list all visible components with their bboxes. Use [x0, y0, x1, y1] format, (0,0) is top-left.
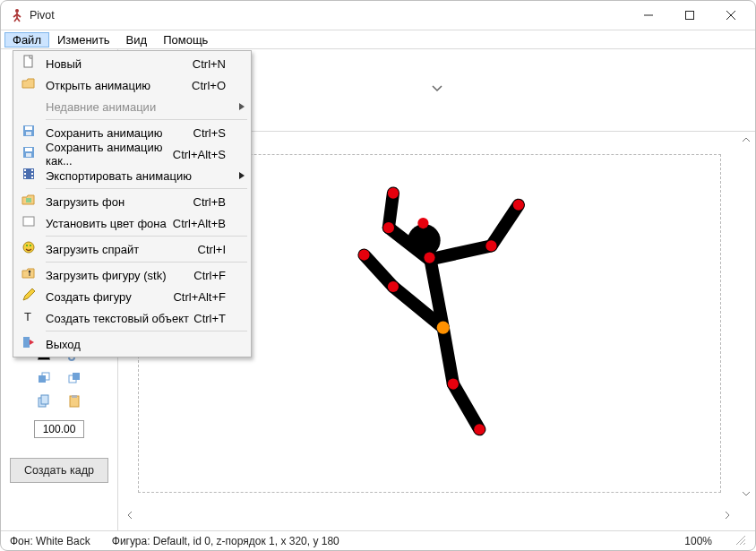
- smiley-icon: [21, 240, 36, 258]
- menu-edit[interactable]: Изменить: [49, 32, 118, 47]
- chevron-down-icon[interactable]: [431, 82, 443, 99]
- svg-point-0: [15, 9, 19, 13]
- scroll-left-icon[interactable]: [124, 509, 136, 521]
- close-button[interactable]: [710, 1, 752, 30]
- bring-front-icon[interactable]: [35, 369, 53, 387]
- svg-point-38: [358, 249, 369, 260]
- svg-marker-67: [23, 288, 35, 300]
- save-icon: [21, 124, 36, 142]
- scale-input[interactable]: [34, 420, 84, 438]
- svg-line-25: [491, 205, 518, 246]
- svg-point-63: [26, 245, 28, 246]
- resize-grip-icon[interactable]: [734, 533, 746, 548]
- menu-export[interactable]: Экспортировать анимацию: [15, 165, 249, 186]
- svg-text:T: T: [24, 310, 31, 323]
- new-file-icon: [21, 55, 36, 73]
- menu-bar: Файл Изменить Вид Помощь: [1, 30, 755, 49]
- horizontal-scrollbar[interactable]: [122, 507, 735, 523]
- svg-rect-17: [41, 395, 48, 404]
- vertical-scrollbar[interactable]: [738, 132, 754, 502]
- svg-point-39: [448, 378, 459, 389]
- tool-row-2: [35, 368, 83, 388]
- svg-line-27: [364, 255, 392, 287]
- svg-point-37: [388, 281, 399, 292]
- svg-rect-47: [25, 126, 32, 130]
- title-bar: Pivot: [1, 1, 755, 30]
- menu-textobj[interactable]: T Создать текстовый объектCtrl+T: [15, 307, 249, 329]
- svg-rect-50: [25, 148, 32, 151]
- svg-point-36: [513, 200, 524, 211]
- svg-point-64: [30, 245, 31, 246]
- menu-separator: [46, 262, 247, 263]
- blank-rect-icon: [21, 214, 36, 232]
- status-bg: Фон: White Back: [10, 535, 90, 547]
- svg-point-40: [474, 424, 485, 435]
- menu-exit[interactable]: Выход: [15, 333, 249, 355]
- app-icon: [10, 8, 24, 22]
- svg-point-32: [417, 218, 428, 228]
- create-frame-button[interactable]: Создать кадр: [10, 458, 108, 483]
- svg-rect-44: [24, 56, 32, 67]
- svg-point-31: [424, 253, 434, 263]
- menu-bgcolor[interactable]: Установить цвет фонаCtrl+Alt+B: [15, 212, 249, 234]
- maximize-button[interactable]: [669, 1, 710, 30]
- svg-line-28: [443, 328, 453, 384]
- svg-rect-19: [72, 395, 77, 398]
- menu-file[interactable]: Файл: [4, 32, 49, 47]
- scroll-up-icon[interactable]: [740, 133, 752, 146]
- menu-loadbg[interactable]: Загрузить фонCtrl+B: [15, 191, 249, 212]
- menu-help[interactable]: Помощь: [155, 32, 216, 47]
- svg-line-43: [743, 543, 745, 545]
- copy-icon[interactable]: [35, 392, 53, 410]
- svg-point-62: [23, 242, 34, 253]
- svg-rect-69: [23, 337, 30, 348]
- svg-rect-55: [24, 176, 26, 178]
- menu-open[interactable]: Открыть анимациюCtrl+O: [15, 74, 249, 96]
- svg-rect-58: [31, 176, 33, 178]
- svg-rect-54: [24, 173, 26, 175]
- svg-point-33: [383, 222, 394, 233]
- image-folder-icon: [21, 193, 36, 211]
- app-window: Pivot Файл Изменить Вид Помощь: [0, 0, 756, 551]
- status-figure: Фигура: Default, id 0, z-порядок 1, x 32…: [112, 535, 339, 547]
- paste-icon[interactable]: [65, 392, 83, 410]
- menu-createfig[interactable]: Создать фигуруCtrl+Alt+F: [15, 286, 249, 307]
- menu-separator: [46, 331, 247, 331]
- svg-point-34: [388, 188, 399, 199]
- send-back-icon[interactable]: [65, 369, 83, 387]
- scroll-down-icon[interactable]: [740, 487, 752, 500]
- menu-sprite[interactable]: Загрузить спрайтCtrl+I: [15, 238, 249, 260]
- figure-folder-icon: [21, 266, 36, 284]
- svg-marker-70: [30, 340, 34, 345]
- menu-separator: [46, 188, 247, 189]
- svg-marker-59: [239, 172, 245, 179]
- menu-recent: Недавние анимации: [15, 96, 249, 117]
- menu-loadfig[interactable]: Загрузить фигуру (stk)Ctrl+F: [15, 264, 249, 286]
- film-icon: [21, 167, 36, 185]
- pencil-icon: [21, 288, 36, 306]
- svg-rect-56: [31, 169, 33, 171]
- tool-row-3: [35, 392, 83, 411]
- svg-rect-61: [23, 217, 34, 226]
- svg-rect-51: [26, 153, 31, 157]
- menu-separator: [46, 119, 247, 120]
- file-menu-dropdown: НовыйCtrl+N Открыть анимациюCtrl+O Недав…: [13, 50, 252, 357]
- svg-rect-53: [24, 169, 26, 171]
- minimize-button[interactable]: [628, 1, 669, 30]
- submenu-arrow-icon: [236, 103, 249, 110]
- menu-view[interactable]: Вид: [118, 32, 156, 47]
- svg-point-30: [437, 322, 450, 334]
- status-zoom: 100%: [684, 535, 712, 547]
- menu-separator: [46, 236, 247, 237]
- svg-line-5: [17, 18, 20, 22]
- svg-line-29: [453, 384, 479, 430]
- svg-rect-48: [26, 132, 31, 135]
- svg-marker-45: [239, 103, 245, 110]
- window-title: Pivot: [30, 9, 55, 22]
- exit-icon: [21, 335, 36, 353]
- menu-saveas[interactable]: Сохранить анимацию как...Ctrl+Alt+S: [15, 143, 249, 165]
- open-folder-icon: [21, 76, 36, 94]
- menu-new[interactable]: НовыйCtrl+N: [15, 53, 249, 74]
- scroll-right-icon[interactable]: [721, 509, 734, 521]
- text-icon: T: [21, 309, 36, 327]
